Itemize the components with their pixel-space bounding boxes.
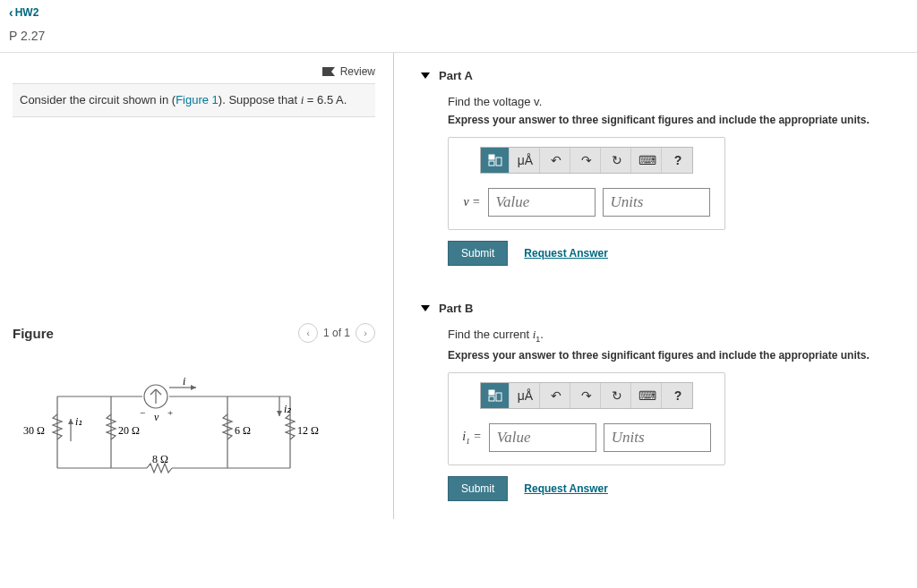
collapse-icon <box>421 305 430 311</box>
units-input-a[interactable] <box>603 188 710 217</box>
units-input-b[interactable] <box>604 423 711 452</box>
review-link[interactable]: Review <box>340 65 375 78</box>
request-answer-a[interactable]: Request Answer <box>524 247 608 260</box>
left-pane: Review Consider the circuit shown in (Fi… <box>0 53 394 519</box>
reset-button[interactable]: ↻ <box>603 148 631 173</box>
templates-button[interactable] <box>481 148 510 173</box>
svg-text:30 Ω: 30 Ω <box>23 424 45 437</box>
chevron-left-icon: ‹ <box>9 5 13 20</box>
eq-label-a: v = <box>463 195 480 209</box>
svg-text:i₁: i₁ <box>75 415 82 428</box>
submit-button-a[interactable]: Submit <box>448 241 508 266</box>
symbols-button[interactable]: μÅ <box>511 383 540 408</box>
pager-next-button[interactable]: › <box>356 323 375 343</box>
help-button[interactable]: ? <box>664 383 692 408</box>
figure-link[interactable]: Figure 1 <box>176 93 219 107</box>
svg-text:i: i <box>183 375 185 388</box>
pager-text: 1 of 1 <box>323 327 350 339</box>
svg-line-4 <box>156 389 161 395</box>
svg-text:+: + <box>167 407 173 418</box>
svg-marker-17 <box>277 411 282 416</box>
redo-button[interactable]: ↷ <box>572 148 601 173</box>
toolbar-a: μÅ ↶ ↷ ↻ ⌨ ? <box>480 147 693 174</box>
svg-text:6 Ω: 6 Ω <box>235 424 251 437</box>
back-link[interactable]: ‹ HW2 <box>9 5 39 20</box>
svg-rect-30 <box>489 161 494 166</box>
reset-button[interactable]: ↻ <box>603 383 631 408</box>
svg-line-3 <box>150 389 156 395</box>
part-b: Part B Find the current i1. Express your… <box>421 302 908 501</box>
flag-icon <box>322 67 335 76</box>
part-a-instruction: Express your answer to three significant… <box>448 114 908 126</box>
svg-text:12 Ω: 12 Ω <box>297 424 319 437</box>
symbols-button[interactable]: μÅ <box>511 148 540 173</box>
request-answer-b[interactable]: Request Answer <box>524 482 608 495</box>
value-input-b[interactable] <box>489 423 596 452</box>
circuit-diagram: i i₁ i₂ − v + 30 Ω 20 Ω 6 Ω 12 Ω 8 Ω <box>13 370 375 499</box>
svg-text:20 Ω: 20 Ω <box>118 424 140 437</box>
undo-button[interactable]: ↶ <box>542 148 570 173</box>
svg-rect-32 <box>489 390 494 395</box>
part-b-instruction: Express your answer to three significant… <box>448 349 908 362</box>
part-b-header[interactable]: Part B <box>421 302 908 315</box>
pager-prev-button[interactable]: ‹ <box>298 323 318 343</box>
keyboard-button[interactable]: ⌨ <box>633 148 662 173</box>
svg-text:−: − <box>140 407 145 418</box>
svg-marker-7 <box>191 385 196 390</box>
part-b-answer-block: μÅ ↶ ↷ ↻ ⌨ ? i1 = <box>448 372 725 465</box>
submit-button-b[interactable]: Submit <box>448 476 508 501</box>
svg-text:8 Ω: 8 Ω <box>152 453 168 465</box>
keyboard-button[interactable]: ⌨ <box>633 383 662 408</box>
part-a-prompt: Find the voltage v. <box>448 95 908 108</box>
templates-button[interactable] <box>481 383 510 408</box>
collapse-icon <box>421 72 430 79</box>
eq-label-b: i1 = <box>462 430 481 446</box>
figure-pager: ‹ 1 of 1 › <box>298 323 375 343</box>
undo-button[interactable]: ↶ <box>542 383 570 408</box>
svg-rect-31 <box>496 158 501 166</box>
figure-heading: Figure <box>13 326 54 341</box>
help-button[interactable]: ? <box>664 148 692 173</box>
part-a-answer-block: μÅ ↶ ↷ ↻ ⌨ ? v = <box>448 137 725 230</box>
back-label: HW2 <box>15 6 39 19</box>
value-input-a[interactable] <box>488 188 596 217</box>
problem-statement: Consider the circuit shown in (Figure 1)… <box>13 83 375 117</box>
part-a: Part A Find the voltage v. Express your … <box>421 69 908 266</box>
svg-rect-34 <box>496 393 501 401</box>
toolbar-b: μÅ ↶ ↷ ↻ ⌨ ? <box>480 382 693 409</box>
problem-title: P 2.27 <box>0 25 917 52</box>
part-b-prompt: Find the current i1. <box>448 328 908 344</box>
svg-marker-15 <box>68 419 73 424</box>
svg-rect-29 <box>489 155 494 159</box>
part-a-header[interactable]: Part A <box>421 69 908 82</box>
redo-button[interactable]: ↷ <box>572 383 601 408</box>
svg-text:v: v <box>154 411 159 423</box>
right-pane: Part A Find the voltage v. Express your … <box>394 53 917 519</box>
svg-text:i₂: i₂ <box>284 403 292 415</box>
svg-rect-33 <box>489 396 494 401</box>
